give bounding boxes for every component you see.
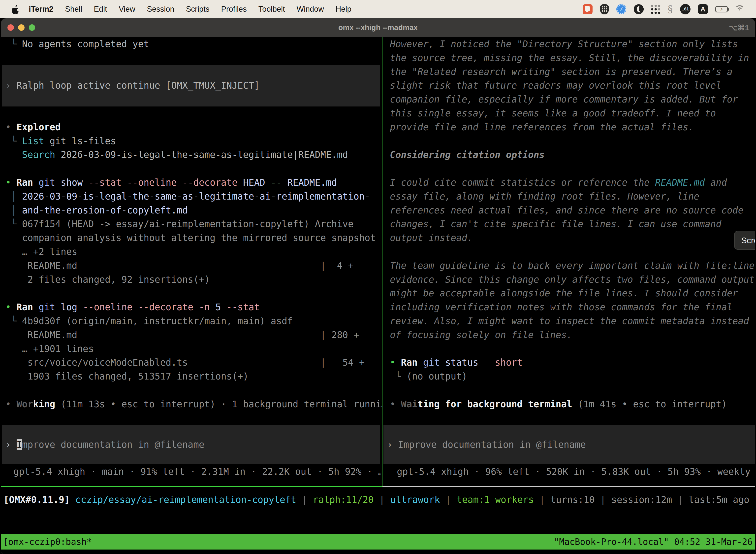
- terminal-text-segment: README.md | 4 +: [5, 260, 354, 271]
- menu-item-iterm2[interactable]: iTerm2: [29, 5, 53, 14]
- letter-a-badge-icon[interactable]: A: [698, 4, 708, 14]
- terminal-line: including verification notes with those …: [390, 300, 755, 314]
- terminal-text-segment: --stat: [221, 302, 260, 313]
- bolt-badge-icon[interactable]: ⚡: [616, 4, 626, 14]
- terminal-line: … +1901 lines: [5, 342, 382, 356]
- terminal-line: I could cite commit statistics or refere…: [390, 176, 755, 189]
- menu-item-profiles[interactable]: Profiles: [221, 5, 247, 14]
- terminal-line: companion analysis without altering the …: [5, 231, 382, 245]
- bolt-glyph: ⚡: [620, 6, 623, 13]
- terminal-text-segment: Wor: [17, 399, 33, 409]
- terminal-line: evidence. Since this change only affects…: [390, 273, 755, 287]
- terminal-line: The team guideline is to back every impo…: [390, 259, 755, 273]
- menu-item-session[interactable]: Session: [147, 5, 174, 14]
- terminal-line: • Ran git show --stat --oneline --decora…: [5, 176, 382, 189]
- right-prompt-input[interactable]: › Improve documentation in @filename: [383, 425, 755, 464]
- menu-item-view[interactable]: View: [119, 5, 135, 14]
- terminal-line: [5, 107, 382, 120]
- terminal-text-segment: 2026-03-09-is-legal-the-same-as-legitima…: [22, 191, 370, 202]
- menu-item-shell[interactable]: Shell: [65, 5, 82, 14]
- terminal-line: of focusing solely on file lines.: [390, 328, 755, 342]
- menu-item-help[interactable]: Help: [335, 5, 352, 14]
- omx-status-segment: |: [440, 494, 457, 505]
- terminal-text-segment: └: [5, 316, 22, 326]
- battery-icon[interactable]: ⚡: [715, 6, 728, 12]
- left-pane-bottom-border: [1, 486, 382, 487]
- terminal-text-segment: evidence. Since this change only affects…: [390, 274, 755, 285]
- terminal-text-segment: log: [55, 302, 77, 313]
- pane-divider[interactable]: [382, 37, 382, 487]
- terminal-text-segment: including verification notes with those …: [390, 302, 733, 313]
- terminal-text-segment: git: [33, 177, 55, 188]
- squiggle-icon[interactable]: §: [668, 4, 673, 14]
- terminal-text-segment: changes, I can't cite specific file line…: [390, 219, 721, 229]
- omx-status-segment: |: [595, 494, 611, 505]
- terminal-text-segment: src/voice/voiceModeEnabled.ts | 54 +: [5, 357, 365, 368]
- text-cursor: I: [17, 439, 22, 450]
- terminal-text-segment: companion analysis without altering the …: [5, 233, 376, 243]
- menu-item-edit[interactable]: Edit: [94, 5, 107, 14]
- terminal-line: this single essay, it seems like a good …: [390, 107, 755, 120]
- count-badge-icon[interactable]: ..61: [680, 4, 691, 14]
- terminal-line: [390, 342, 755, 356]
- terminal-text-segment: README.md: [655, 177, 705, 188]
- menu-item-window[interactable]: Window: [297, 5, 324, 14]
- terminal-line: the "Related research writing" section i…: [390, 65, 755, 79]
- terminal-text-segment: •: [5, 122, 17, 132]
- window-title-bar[interactable]: omx --xhigh --madmax ⌥⌘1: [1, 18, 755, 37]
- terminal-text-segment: --oneline --decorate -n: [77, 302, 210, 313]
- omx-session-status-bar: [OMX#0.11.9] cczip/essay/ai-reimplementa…: [3, 492, 755, 507]
- terminal-text-segment: └: [390, 371, 406, 382]
- terminal-line: slight risk that future readers may over…: [390, 79, 755, 93]
- screen-record-indicator-icon[interactable]: [583, 4, 592, 14]
- apple-logo-icon[interactable]: [12, 4, 22, 15]
- left-pane[interactable]: └ No agents completed yet› Ralph loop ac…: [5, 37, 382, 411]
- terminal-text-segment: and: [705, 177, 727, 188]
- terminal-text-segment: •: [5, 399, 17, 409]
- terminal-line: provide file and line references from th…: [390, 120, 755, 134]
- menu-item-scripts[interactable]: Scripts: [186, 5, 209, 14]
- terminal-text-segment: Ralph loop active continue [OMX_TMUX_INJ…: [17, 79, 260, 93]
- terminal-line: └ List git ls-files: [5, 134, 382, 148]
- terminal-text-segment: and-the-erosion-of-copyleft.md: [22, 205, 188, 216]
- terminal-text-segment: Wai: [401, 399, 418, 409]
- left-prompt-input[interactable]: › Improve documentation in @filename: [2, 425, 380, 464]
- terminal-text-segment: Ran: [17, 302, 33, 313]
- shield-grid-icon[interactable]: [600, 4, 609, 14]
- terminal-text-segment: Ran: [17, 177, 33, 188]
- terminal-line: [390, 134, 755, 148]
- terminal-line: [390, 384, 755, 397]
- terminal-line: src/voice/voiceModeEnabled.ts | 54 +: [5, 356, 382, 370]
- terminal-text-segment: 4b9d30f (origin/main, instructkr/main, m…: [22, 316, 293, 326]
- terminal-line: review. Also, I might want to inspect th…: [390, 314, 755, 328]
- terminal-text-segment: --short: [478, 357, 522, 368]
- terminal-text-segment: git ls-files: [44, 136, 116, 147]
- terminal-line: Search 2026-03-09-is-legal-the-same-as-l…: [5, 148, 382, 162]
- terminal-text-segment: slight risk that future readers may over…: [390, 80, 721, 91]
- terminal-line: companion file, especially if more comme…: [390, 93, 755, 107]
- terminal-text-segment: 1903 files changed, 513517 insertions(+): [5, 371, 249, 382]
- dots-grid-icon[interactable]: [651, 5, 660, 14]
- terminal-line: │ 2026-03-09-is-legal-the-same-as-legiti…: [5, 189, 382, 204]
- terminal-line: • Ran git status --short: [390, 356, 755, 370]
- terminal-line: [5, 162, 382, 176]
- screen-notification-popup[interactable]: Scre: [734, 231, 755, 250]
- left-model-status-line: gpt-5.4 xhigh · main · 91% left · 2.31M …: [13, 465, 380, 479]
- terminal-text-segment: README.md | 280 +: [5, 330, 359, 340]
- terminal-line: essay file, along with finding root file…: [390, 189, 755, 204]
- terminal-text-segment: └: [5, 219, 22, 229]
- terminal-line: └ 4b9d30f (origin/main, instructkr/main,…: [5, 314, 382, 328]
- terminal-text-segment: Considering citation options: [390, 150, 545, 160]
- iterm-window: omx --xhigh --madmax ⌥⌘1 └ No agents com…: [1, 18, 755, 554]
- terminal-line: might be acceptable alongside the file l…: [390, 286, 755, 300]
- crescent-circle-icon[interactable]: [634, 4, 644, 14]
- terminal-text-segment: ting for background terminal: [418, 399, 572, 409]
- terminal-line: [390, 162, 755, 176]
- omx-status-segment: session:12m: [611, 494, 672, 505]
- right-pane[interactable]: However, I noticed the "Directory Struct…: [390, 37, 755, 411]
- terminal-line: 1903 files changed, 513517 insertions(+): [5, 370, 382, 384]
- tmux-status-bar[interactable]: [omx-cczip0:bash* "MacBook-Pro-44.local"…: [1, 534, 755, 550]
- menu-item-toolbelt[interactable]: Toolbelt: [258, 5, 285, 14]
- terminal-line: … +2 lines: [5, 245, 382, 259]
- wifi-icon[interactable]: [735, 5, 746, 13]
